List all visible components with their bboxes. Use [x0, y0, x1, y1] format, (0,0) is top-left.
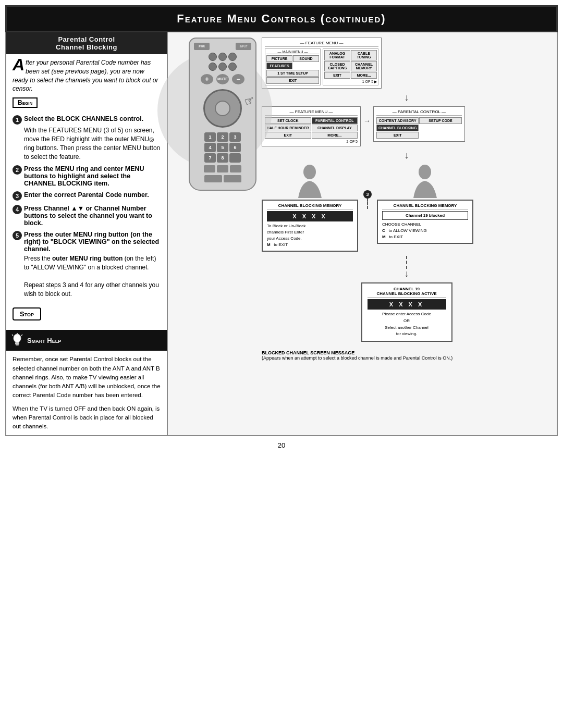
person-silhouette-2 — [411, 164, 439, 198]
bottom-screen-active: CHANNEL BLOCKING ACTIVE — [368, 291, 446, 298]
blocked-caption-text: (Appears when an attempt to select a blo… — [262, 355, 460, 361]
blocking-screens-row: CHANNEL BLOCKING MEMORY X X X X To Block… — [262, 164, 552, 252]
menu2-title: — FEATURE MENU — — [265, 109, 358, 116]
smart-help-body: Remember, once set Parental Control bloc… — [6, 351, 167, 435]
menu2-parental: PARENTAL CONTROL — [312, 117, 358, 124]
blocking-screen-1-title: CHANNEL BLOCKING MEMORY — [267, 203, 353, 209]
power-btn[interactable]: PWR — [194, 43, 210, 50]
person-silhouette-1 — [296, 164, 324, 198]
step-1-body: With the FEATURES MENU (3 of 5) on scree… — [24, 126, 161, 161]
bottom-btn-2[interactable] — [224, 175, 241, 182]
bottom-screen-ch19: CHANNEL 19 — [368, 287, 446, 291]
blocking-screen-2-channel: Channel 19 blocked — [382, 211, 468, 220]
remote-control: PWR INPUT — [173, 38, 256, 191]
mute-btn[interactable]: MUTE — [216, 74, 229, 84]
position-btn-1[interactable] — [204, 165, 215, 172]
parental-content-advisory: CONTENT ADVISORY — [376, 117, 419, 124]
menu-ring[interactable]: ☞ — [203, 89, 242, 128]
bottom-arrow-area: ↓ — [262, 256, 552, 278]
menu2-half-hour: HALF HOUR REMINDER — [265, 125, 311, 131]
menu-center-btn[interactable] — [215, 101, 230, 116]
menu2-exit: EXIT — [265, 132, 311, 139]
parental-channel-blocking: CHANNEL BLOCKING — [376, 125, 419, 131]
num-btn-2[interactable]: 2 — [217, 132, 228, 142]
blocking-screen-1: CHANNEL BLOCKING MEMORY X X X X To Block… — [262, 200, 358, 252]
num-btn-3[interactable]: 3 — [229, 132, 241, 142]
menu1-sound: SOUND — [293, 55, 319, 62]
menu2-more: MORE... — [312, 132, 358, 139]
smart-help: Smart Help Remember, once set Parental C… — [6, 330, 167, 435]
menu1-page: 1 OF 5 ▶ — [324, 80, 377, 84]
blocked-caption-title: BLOCKED CHANNEL SCREEN MESSAGE — [262, 350, 460, 355]
step-4-title: Press Channel ▲▼ or Channel Number butto… — [24, 205, 161, 227]
circle-btn-4[interactable] — [209, 63, 217, 71]
plus-btn[interactable]: + — [201, 74, 213, 84]
num-btn-5[interactable]: 5 — [217, 143, 228, 152]
menu1-channel-mem: CHANNEL MEMORY — [351, 61, 377, 71]
svg-rect-1 — [15, 342, 19, 344]
bottom-btn-1[interactable] — [204, 175, 222, 182]
parental-control-menu: — PARENTAL CONTROL — CONTENT ADVISORY SE… — [373, 106, 465, 142]
arrow-down-3: ↓ — [405, 269, 409, 278]
menu1-1st-setup: 1 ST TIME SETUP — [266, 70, 319, 77]
position-btn-2[interactable] — [217, 165, 228, 172]
menu1-empty — [293, 63, 319, 69]
num-btn-9[interactable] — [229, 153, 241, 163]
menu1-features: FEATURES — [266, 63, 292, 69]
section-title-line2: Channel Blocking — [8, 43, 165, 51]
step-2-title: Press the MENU ring and center MENU butt… — [24, 165, 161, 187]
number-grid: 1 2 3 4 5 6 7 8 — [204, 132, 241, 163]
circle-btn-6[interactable] — [228, 63, 237, 71]
menu2-channel-disp: CHANNEL DISPLAY — [312, 125, 358, 131]
step-5: 5 Press the outer MENU ring button (on t… — [13, 231, 161, 298]
intro-text: After your personal Parental Code number… — [13, 58, 161, 93]
blocking-screen-2: CHANNEL BLOCKING MEMORY Channel 19 block… — [377, 200, 473, 244]
menu1-cable: CABLE TUNING — [351, 50, 377, 60]
num-btn-7[interactable]: 7 — [204, 153, 216, 163]
circle-btn-2[interactable] — [218, 53, 227, 61]
arrow-right-1: → — [363, 117, 371, 125]
left-panel: Parental Control Channel Blocking After … — [6, 32, 168, 435]
parental-menu-title: — PARENTAL CONTROL — — [376, 109, 462, 116]
blocking-screen-1-xs: X X X X — [267, 211, 353, 221]
parental-setup-code: SETUP CODE — [419, 117, 461, 124]
num-btn-4[interactable]: 4 — [204, 143, 216, 152]
menu1-picture: PICTURE — [266, 55, 292, 62]
right-panel: PWR INPUT — [168, 32, 557, 435]
circle-btn-3[interactable] — [228, 53, 237, 61]
circle-btn-5[interactable] — [218, 63, 227, 71]
step-2: 2 Press the MENU ring and center MENU bu… — [13, 165, 161, 187]
diagrams-area: PWR INPUT — [173, 38, 552, 361]
feature-menu-2: — FEATURE MENU — SET CLOCK PARENTAL CONT… — [262, 106, 361, 146]
parental-empty — [419, 125, 461, 131]
menu2-page: 2 OF 5 — [265, 140, 358, 143]
num-btn-6[interactable]: 6 — [229, 143, 241, 152]
minus-btn[interactable]: − — [232, 74, 244, 84]
bottom-screen-xs: X X X X — [368, 299, 446, 310]
header-title: Feature Menu Controls (continued) — [177, 12, 386, 25]
num-btn-8[interactable]: 8 — [217, 153, 228, 163]
position-btn-3[interactable] — [230, 165, 241, 172]
input-btn[interactable]: INPUT — [236, 43, 251, 50]
step-4: 4 Press Channel ▲▼ or Channel Number but… — [13, 205, 161, 227]
hand-pointer-icon: ☞ — [242, 93, 257, 109]
menu1-area: — FEATURE MENU — — MAIN MENU — PICTURE S… — [262, 38, 552, 89]
svg-rect-2 — [16, 344, 19, 346]
left-content: After your personal Parental Code number… — [6, 54, 167, 325]
step-5-body: Press the outer MENU ring button (on the… — [24, 254, 161, 298]
circle-btn-1[interactable] — [209, 53, 217, 61]
blocking-screen-2-title: CHANNEL BLOCKING MEMORY — [382, 203, 468, 209]
page-header: Feature Menu Controls (continued) — [5, 5, 558, 32]
step-5-title: Press the outer MENU ring button (on the… — [24, 231, 161, 253]
smart-help-title: Smart Help — [27, 337, 61, 344]
menu1-closed: CLOSED CAPTIONS — [324, 61, 350, 71]
menu1-analog: ANALOG FORMAT — [324, 50, 350, 60]
step-3-num: 3 — [13, 191, 22, 201]
step-1-num: 1 — [13, 115, 22, 125]
menu2-set-clock: SET CLOCK — [265, 117, 311, 124]
step-2-num: 2 — [13, 165, 22, 175]
step-3-indicator: 3 — [363, 190, 372, 209]
blocking-screen-1-text: To Block or Un-Block channels First Ente… — [267, 223, 353, 248]
num-btn-1[interactable]: 1 — [204, 132, 216, 142]
section-header: Parental Control Channel Blocking — [6, 32, 167, 54]
